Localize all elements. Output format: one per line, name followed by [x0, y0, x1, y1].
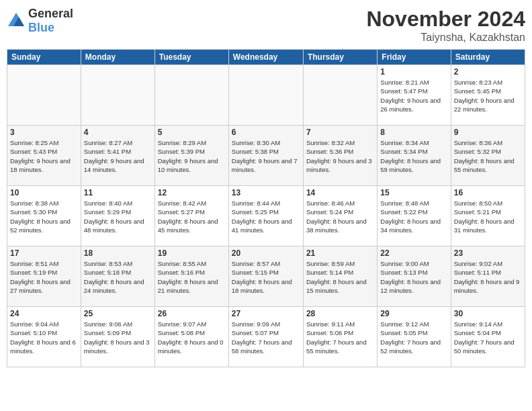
calendar-cell: 1Sunrise: 8:21 AM Sunset: 5:47 PM Daylig…: [378, 65, 451, 126]
calendar-cell: 22Sunrise: 9:00 AM Sunset: 5:13 PM Dayli…: [378, 246, 451, 307]
day-number: 9: [454, 128, 522, 137]
day-info: Sunrise: 8:46 AM Sunset: 5:24 PM Dayligh…: [306, 199, 374, 234]
calendar-cell: 17Sunrise: 8:51 AM Sunset: 5:19 PM Dayli…: [7, 246, 81, 307]
day-info: Sunrise: 8:23 AM Sunset: 5:45 PM Dayligh…: [454, 78, 522, 113]
calendar-cell: 14Sunrise: 8:46 AM Sunset: 5:24 PM Dayli…: [303, 186, 377, 246]
calendar-cell: [7, 65, 81, 126]
calendar-cell: 8Sunrise: 8:34 AM Sunset: 5:34 PM Daylig…: [378, 126, 451, 186]
day-info: Sunrise: 8:53 AM Sunset: 5:18 PM Dayligh…: [84, 259, 152, 295]
day-number: 8: [380, 128, 447, 137]
calendar-cell: 24Sunrise: 9:04 AM Sunset: 5:10 PM Dayli…: [7, 307, 81, 367]
day-info: Sunrise: 8:48 AM Sunset: 5:22 PM Dayligh…: [380, 199, 447, 234]
day-number: 15: [380, 188, 447, 197]
day-info: Sunrise: 9:06 AM Sunset: 5:09 PM Dayligh…: [84, 320, 152, 355]
day-number: 10: [10, 188, 78, 197]
day-number: 22: [380, 248, 447, 258]
calendar-cell: 15Sunrise: 8:48 AM Sunset: 5:22 PM Dayli…: [378, 186, 451, 246]
calendar-cell: 9Sunrise: 8:36 AM Sunset: 5:32 PM Daylig…: [451, 126, 525, 186]
calendar-cell: [228, 65, 303, 126]
logo-icon: [7, 11, 26, 30]
calendar-cell: 12Sunrise: 8:42 AM Sunset: 5:27 PM Dayli…: [154, 186, 228, 246]
day-info: Sunrise: 8:21 AM Sunset: 5:47 PM Dayligh…: [380, 78, 447, 113]
calendar-cell: 3Sunrise: 8:25 AM Sunset: 5:43 PM Daylig…: [7, 126, 81, 186]
day-number: 17: [10, 248, 78, 258]
day-info: Sunrise: 8:34 AM Sunset: 5:34 PM Dayligh…: [380, 138, 447, 174]
day-info: Sunrise: 8:42 AM Sunset: 5:27 PM Dayligh…: [158, 199, 226, 234]
day-info: Sunrise: 8:51 AM Sunset: 5:19 PM Dayligh…: [10, 259, 78, 295]
day-number: 14: [306, 188, 374, 197]
day-info: Sunrise: 8:32 AM Sunset: 5:36 PM Dayligh…: [306, 138, 374, 174]
day-info: Sunrise: 9:04 AM Sunset: 5:10 PM Dayligh…: [10, 320, 78, 355]
day-info: Sunrise: 9:09 AM Sunset: 5:07 PM Dayligh…: [232, 320, 300, 355]
calendar-cell: 27Sunrise: 9:09 AM Sunset: 5:07 PM Dayli…: [228, 307, 303, 367]
day-header-monday: Monday: [81, 50, 154, 65]
calendar-cell: 26Sunrise: 9:07 AM Sunset: 5:08 PM Dayli…: [154, 307, 228, 367]
day-number: 1: [380, 67, 447, 77]
day-info: Sunrise: 9:12 AM Sunset: 5:05 PM Dayligh…: [380, 320, 447, 355]
day-info: Sunrise: 9:02 AM Sunset: 5:11 PM Dayligh…: [454, 259, 522, 295]
day-header-sunday: Sunday: [7, 50, 81, 65]
day-number: 24: [10, 309, 78, 318]
logo: General Blue: [7, 7, 73, 35]
day-header-tuesday: Tuesday: [154, 50, 228, 65]
day-info: Sunrise: 8:29 AM Sunset: 5:39 PM Dayligh…: [158, 138, 226, 174]
day-info: Sunrise: 8:30 AM Sunset: 5:38 PM Dayligh…: [232, 138, 300, 174]
day-number: 23: [454, 248, 522, 258]
calendar-cell: [81, 65, 154, 126]
day-number: 16: [454, 188, 522, 197]
day-info: Sunrise: 8:27 AM Sunset: 5:41 PM Dayligh…: [84, 138, 152, 174]
day-number: 11: [84, 188, 152, 197]
day-info: Sunrise: 8:44 AM Sunset: 5:25 PM Dayligh…: [232, 199, 300, 234]
day-number: 13: [232, 188, 300, 197]
logo-blue-text: Blue: [28, 21, 73, 35]
day-info: Sunrise: 9:07 AM Sunset: 5:08 PM Dayligh…: [158, 320, 226, 355]
page-title: November 2024: [366, 7, 525, 32]
day-header-wednesday: Wednesday: [228, 50, 303, 65]
calendar-cell: 23Sunrise: 9:02 AM Sunset: 5:11 PM Dayli…: [451, 246, 525, 307]
day-info: Sunrise: 8:40 AM Sunset: 5:29 PM Dayligh…: [84, 199, 152, 234]
calendar-cell: 21Sunrise: 8:59 AM Sunset: 5:14 PM Dayli…: [303, 246, 377, 307]
day-number: 28: [306, 309, 374, 318]
day-number: 19: [158, 248, 226, 258]
calendar-cell: 30Sunrise: 9:14 AM Sunset: 5:04 PM Dayli…: [451, 307, 525, 367]
day-number: 3: [10, 128, 78, 137]
day-number: 29: [380, 309, 447, 318]
calendar-cell: 16Sunrise: 8:50 AM Sunset: 5:21 PM Dayli…: [451, 186, 525, 246]
calendar-cell: 19Sunrise: 8:55 AM Sunset: 5:16 PM Dayli…: [154, 246, 228, 307]
title-block: November 2024 Taiynsha, Kazakhstan: [366, 7, 525, 44]
calendar-cell: [154, 65, 228, 126]
calendar-cell: 11Sunrise: 8:40 AM Sunset: 5:29 PM Dayli…: [81, 186, 154, 246]
calendar-cell: 7Sunrise: 8:32 AM Sunset: 5:36 PM Daylig…: [303, 126, 377, 186]
day-number: 2: [454, 67, 522, 77]
day-number: 5: [158, 128, 226, 137]
day-info: Sunrise: 9:00 AM Sunset: 5:13 PM Dayligh…: [380, 259, 447, 295]
day-number: 20: [232, 248, 300, 258]
day-number: 4: [84, 128, 152, 137]
day-header-saturday: Saturday: [451, 50, 525, 65]
day-header-friday: Friday: [378, 50, 451, 65]
day-number: 18: [84, 248, 152, 258]
day-number: 25: [84, 309, 152, 318]
calendar-cell: 2Sunrise: 8:23 AM Sunset: 5:45 PM Daylig…: [451, 65, 525, 126]
day-info: Sunrise: 8:57 AM Sunset: 5:15 PM Dayligh…: [232, 259, 300, 295]
calendar-cell: 5Sunrise: 8:29 AM Sunset: 5:39 PM Daylig…: [154, 126, 228, 186]
day-number: 26: [158, 309, 226, 318]
page-subtitle: Taiynsha, Kazakhstan: [366, 32, 525, 44]
calendar-cell: [303, 65, 377, 126]
calendar-cell: 20Sunrise: 8:57 AM Sunset: 5:15 PM Dayli…: [228, 246, 303, 307]
day-info: Sunrise: 8:25 AM Sunset: 5:43 PM Dayligh…: [10, 138, 78, 174]
day-info: Sunrise: 8:38 AM Sunset: 5:30 PM Dayligh…: [10, 199, 78, 234]
day-info: Sunrise: 8:59 AM Sunset: 5:14 PM Dayligh…: [306, 259, 374, 295]
day-info: Sunrise: 8:36 AM Sunset: 5:32 PM Dayligh…: [454, 138, 522, 174]
calendar-cell: 4Sunrise: 8:27 AM Sunset: 5:41 PM Daylig…: [81, 126, 154, 186]
calendar-table: SundayMondayTuesdayWednesdayThursdayFrid…: [7, 49, 525, 367]
calendar-cell: 28Sunrise: 9:11 AM Sunset: 5:06 PM Dayli…: [303, 307, 377, 367]
calendar-cell: 29Sunrise: 9:12 AM Sunset: 5:05 PM Dayli…: [378, 307, 451, 367]
day-info: Sunrise: 9:14 AM Sunset: 5:04 PM Dayligh…: [454, 320, 522, 355]
day-number: 12: [158, 188, 226, 197]
day-info: Sunrise: 9:11 AM Sunset: 5:06 PM Dayligh…: [306, 320, 374, 355]
calendar-cell: 10Sunrise: 8:38 AM Sunset: 5:30 PM Dayli…: [7, 186, 81, 246]
calendar-cell: 18Sunrise: 8:53 AM Sunset: 5:18 PM Dayli…: [81, 246, 154, 307]
day-number: 6: [232, 128, 300, 137]
day-number: 7: [306, 128, 374, 137]
